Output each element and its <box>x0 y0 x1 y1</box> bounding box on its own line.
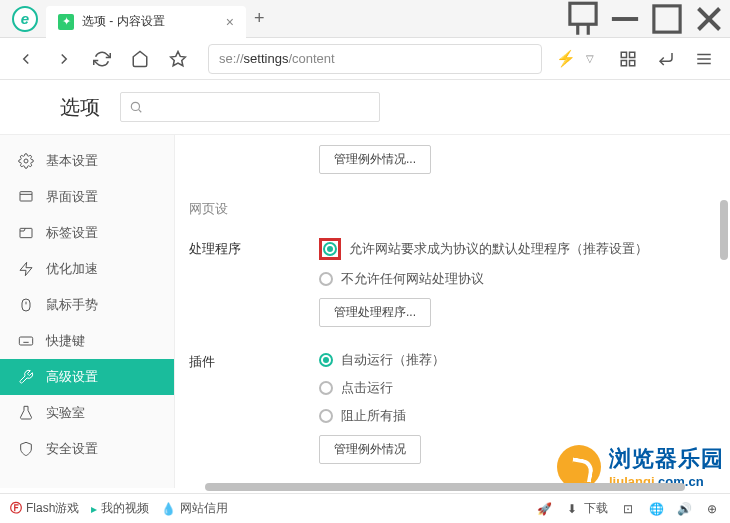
favorite-button[interactable] <box>162 43 194 75</box>
app-icon: e <box>12 6 38 32</box>
speaker-icon: 🔊 <box>676 501 692 517</box>
horizontal-scrollbar[interactable] <box>205 483 716 491</box>
tab-close-icon[interactable]: × <box>226 14 234 30</box>
browser-tab[interactable]: ✦ 选项 - 内容设置 × <box>46 6 246 38</box>
sidebar-item-speed[interactable]: 优化加速 <box>0 251 174 287</box>
window-maximize-icon[interactable] <box>646 4 688 34</box>
flash-icon: Ⓕ <box>10 500 22 517</box>
menu-button[interactable] <box>688 43 720 75</box>
svg-line-14 <box>139 110 142 113</box>
status-download[interactable]: ⬇下载 <box>564 500 608 517</box>
settings-sidebar: 基本设置 界面设置 标签设置 优化加速 鼠标手势 快捷键 高级设置 实验室 安全… <box>0 135 175 488</box>
svg-rect-22 <box>19 337 32 345</box>
crop-icon: ⊡ <box>620 501 636 517</box>
svg-rect-7 <box>630 52 635 57</box>
back-button[interactable] <box>10 43 42 75</box>
plugin-title: 插件 <box>189 351 319 464</box>
radio-icon <box>319 381 333 395</box>
handler-allow-radio[interactable]: 允许网站要求成为协议的默认处理程序（推荐设置） <box>319 238 730 260</box>
globe-icon: 🌐 <box>648 501 664 517</box>
svg-rect-0 <box>570 3 596 24</box>
new-tab-button[interactable]: + <box>254 8 265 29</box>
reload-button[interactable] <box>86 43 118 75</box>
address-bar[interactable]: se://settings/content <box>208 44 542 74</box>
svg-point-13 <box>131 102 139 110</box>
manage-exceptions-button[interactable]: 管理例外情况... <box>319 145 431 174</box>
svg-marker-5 <box>171 51 186 65</box>
sidebar-item-advanced[interactable]: 高级设置 <box>0 359 174 395</box>
status-bar: ⒻFlash游戏 ▸我的视频 💧网站信用 🚀 ⬇下载 ⊡ 🌐 🔊 ⊕ <box>0 493 730 523</box>
svg-rect-6 <box>621 52 626 57</box>
sidebar-item-shortcuts[interactable]: 快捷键 <box>0 323 174 359</box>
highlight-marker <box>319 238 341 260</box>
plugin-auto-radio[interactable]: 自动运行（推荐） <box>319 351 730 369</box>
radio-icon <box>319 272 333 286</box>
rocket-icon: 🚀 <box>536 501 552 517</box>
svg-rect-20 <box>22 299 30 311</box>
sidebar-item-basic[interactable]: 基本设置 <box>0 143 174 179</box>
manage-exceptions-button-2[interactable]: 管理例外情况 <box>319 435 421 464</box>
tab-title: 选项 - 内容设置 <box>82 13 218 30</box>
page-title: 选项 <box>60 94 100 121</box>
mode-dropdown-icon[interactable]: ▽ <box>586 53 594 64</box>
svg-rect-16 <box>20 192 32 201</box>
undo-button[interactable] <box>650 43 682 75</box>
status-trust[interactable]: 💧网站信用 <box>161 500 228 517</box>
section-label: 网页设 <box>189 200 730 218</box>
sidebar-item-gesture[interactable]: 鼠标手势 <box>0 287 174 323</box>
apps-grid-icon[interactable] <box>612 43 644 75</box>
manage-handlers-button[interactable]: 管理处理程序... <box>319 298 431 327</box>
drop-icon: 💧 <box>161 502 176 516</box>
speed-mode-icon[interactable]: ⚡ <box>556 49 576 68</box>
svg-marker-19 <box>20 262 32 275</box>
status-video[interactable]: ▸我的视频 <box>91 500 149 517</box>
forward-button[interactable] <box>48 43 80 75</box>
sidebar-item-lab[interactable]: 实验室 <box>0 395 174 431</box>
settings-search-input[interactable] <box>120 92 380 122</box>
zoom-icon: ⊕ <box>704 501 720 517</box>
status-flash[interactable]: ⒻFlash游戏 <box>10 500 79 517</box>
window-close-icon[interactable] <box>688 4 730 34</box>
download-icon: ⬇ <box>564 501 580 517</box>
search-icon <box>129 100 143 114</box>
handler-title: 处理程序 <box>189 238 319 327</box>
play-icon: ▸ <box>91 502 97 516</box>
status-rocket[interactable]: 🚀 <box>536 501 552 517</box>
sidebar-item-ui[interactable]: 界面设置 <box>0 179 174 215</box>
tab-favicon: ✦ <box>58 14 74 30</box>
status-zoom[interactable]: ⊕ <box>704 501 720 517</box>
svg-rect-18 <box>20 228 32 237</box>
plugin-block-radio[interactable]: 阻止所有插 <box>319 407 730 425</box>
svg-point-15 <box>24 159 28 163</box>
handler-deny-radio[interactable]: 不允许任何网站处理协议 <box>319 270 730 288</box>
svg-rect-9 <box>630 60 635 65</box>
radio-icon <box>319 409 333 423</box>
svg-rect-8 <box>621 60 626 65</box>
status-network[interactable]: 🌐 <box>648 501 664 517</box>
url-text: se://settings/content <box>219 51 335 66</box>
window-minimize-icon[interactable] <box>604 4 646 34</box>
status-mute[interactable]: 🔊 <box>676 501 692 517</box>
settings-pane: 管理例外情况... 网页设 处理程序 允许网站要求成为协议的默认处理程序（推荐设… <box>175 135 730 488</box>
window-pin-icon[interactable] <box>562 4 604 34</box>
home-button[interactable] <box>124 43 156 75</box>
sidebar-item-security[interactable]: 安全设置 <box>0 431 174 467</box>
radio-icon <box>319 353 333 367</box>
plugin-click-radio[interactable]: 点击运行 <box>319 379 730 397</box>
radio-icon <box>323 242 337 256</box>
svg-rect-2 <box>654 5 680 31</box>
sidebar-item-tabs[interactable]: 标签设置 <box>0 215 174 251</box>
status-screenshot[interactable]: ⊡ <box>620 501 636 517</box>
vertical-scrollbar[interactable] <box>720 140 728 480</box>
